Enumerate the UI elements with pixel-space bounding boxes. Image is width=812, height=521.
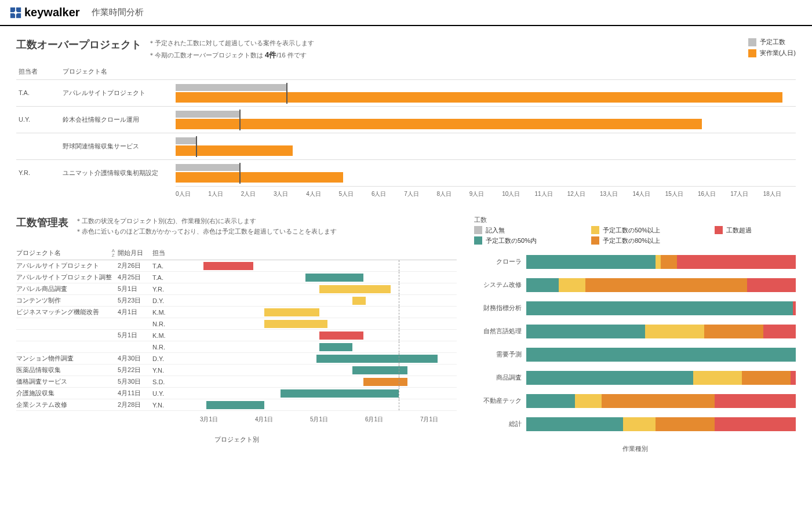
stack-seg-p50in[interactable] [526,417,623,431]
gantt-bar-area [181,376,457,387]
stack-row: 財務指標分析 [474,300,796,317]
over-bars [176,133,796,159]
stack-seg-p50in[interactable] [526,278,559,292]
stack-seg-p80over[interactable] [585,278,747,292]
stack-seg-p50over[interactable] [623,417,656,431]
gantt-start: 2月26日 [118,261,152,270]
bar-plan[interactable] [176,164,239,171]
stack-seg-p50in[interactable] [526,348,796,362]
axis-tick: 17人日 [730,190,763,198]
gantt-row: 価格調査サービス5月30日S.D. [16,376,457,388]
gantt-bar[interactable] [264,320,327,328]
bar-plan[interactable] [176,111,239,118]
stack-seg-p80over[interactable] [742,371,791,385]
gantt-bar[interactable] [319,343,352,351]
stack-seg-p80over[interactable] [656,417,715,431]
gantt-bar[interactable] [352,297,366,305]
legend-over[interactable]: 工数超過 [715,226,796,235]
bar-plan-marker [239,110,241,130]
gantt-bar[interactable] [305,274,363,282]
status-legend-title: 工数 [474,216,796,224]
over-row: Y.R.ユニマット介護情報収集初期設定 [16,159,796,186]
gantt-bar[interactable] [363,378,407,386]
stack-seg-p50in[interactable] [526,301,793,315]
axis-tick: 18人日 [763,190,796,198]
gantt-row: コンテンツ制作5月23日D.Y. [16,295,457,307]
legend-none-label: 記入無 [486,226,505,235]
brand-logo: keywalker [9,6,80,19]
gantt-row: N.R. [16,318,457,330]
stack-row: クローラ [474,253,796,271]
bar-actual[interactable] [176,172,343,183]
stack-seg-p50over[interactable] [559,278,586,292]
stack-seg-over[interactable] [747,278,796,292]
stack-seg-over[interactable] [763,325,796,338]
gantt-name: アパレル商品調査 [16,285,118,293]
gantt-bar[interactable] [206,401,264,409]
legend-50over[interactable]: 予定工数の50%以上 [591,226,704,235]
stack-seg-p80over[interactable] [602,394,715,408]
gantt-bar[interactable] [281,389,399,398]
gantt-col-name[interactable]: プロジェクト名 AZ [16,249,118,258]
gantt-bar[interactable] [264,308,319,316]
sort-icon[interactable]: AZ [112,249,114,258]
gantt-bar[interactable] [319,331,363,340]
bar-plan[interactable] [176,84,286,91]
stack-seg-p50in[interactable] [526,371,693,385]
axis-tick: 11人日 [534,190,567,198]
legend-80over[interactable]: 予定工数の80%以上 [591,236,704,245]
gantt-col-start[interactable]: 開始月日 [118,249,152,258]
stack-seg-p50in[interactable] [526,394,575,408]
gantt-bar[interactable] [319,285,391,293]
stack-seg-over[interactable] [715,417,796,431]
legend-50in-label: 予定工数の50%内 [486,236,537,245]
stack-seg-p50in[interactable] [526,255,656,269]
over-project: アパレルサイトプロジェクト [63,89,176,97]
gantt-bar[interactable] [203,262,253,270]
stack-seg-over[interactable] [791,371,796,385]
gantt-col-owner[interactable]: 担当 [152,249,181,258]
axis-tick: 6人日 [372,190,404,198]
gantt-owner: Y.N. [152,402,181,409]
stack-seg-p50in[interactable] [526,325,645,338]
legend-50in[interactable]: 予定工数の50%内 [474,236,581,245]
stack-seg-over[interactable] [793,301,796,315]
gantt-name: ビジネスマッチング機能改善 [16,308,118,316]
gantt-bar[interactable] [316,355,438,363]
stack-seg-p50over[interactable] [645,325,704,338]
bar-actual[interactable] [176,92,782,103]
legend-actual[interactable]: 実作業(人日) [748,49,796,57]
gantt-body[interactable]: アパレルサイトプロジェクト2月26日T.A.アパレルサイトプロジェクト調整4月2… [16,260,457,411]
svg-rect-3 [16,13,21,17]
bar-plan[interactable] [176,137,196,144]
axis-tick: 5人日 [339,190,372,198]
stack-label: 需要予測 [474,350,526,359]
gantt-bar-area [181,307,457,318]
mgmt-section-title: 工数管理表 [16,216,68,229]
today-line [399,318,399,329]
bar-actual[interactable] [176,119,702,129]
gantt-bar-area [181,388,457,399]
legend-none[interactable]: 記入無 [474,226,581,235]
stack-seg-p50over[interactable] [693,371,742,385]
axis-tick: 14人日 [632,190,665,198]
stack-seg-over[interactable] [677,255,796,269]
gantt-row: アパレルサイトプロジェクト調整4月25日T.A. [16,272,457,283]
bar-actual[interactable] [176,145,293,156]
stack-seg-p80over[interactable] [704,325,763,338]
stack-bar [526,255,796,269]
over-owner: Y.R. [16,169,63,176]
gantt-bar-area [181,260,457,271]
stack-seg-p80over[interactable] [661,255,677,269]
over-note1: ＊予定された工数に対して超過している案件を表示します [148,38,748,49]
legend-plan[interactable]: 予定工数 [748,38,796,46]
over-note2-post: /16 件です [276,52,306,59]
legend-top: 予定工数 実作業(人日) [748,38,796,57]
stack-row: 総計 [474,416,796,433]
gantt-x-axis: 3月1日4月1日5月1日6月1日7月1日 [181,411,457,424]
stack-seg-over[interactable] [715,394,796,408]
stack-row: 自然言語処理 [474,323,796,340]
stack-seg-p50over[interactable] [656,255,661,269]
over-chart: 担当者 プロジェクト名 T.A.アパレルサイトプロジェクトU.Y.鈴木会社情報ク… [16,67,796,198]
stack-seg-p50over[interactable] [575,394,602,408]
